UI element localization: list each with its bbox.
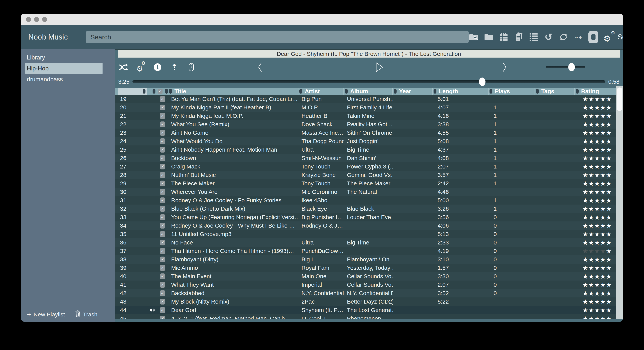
star-icon[interactable]: ★ — [600, 147, 606, 153]
play-button[interactable] — [376, 58, 384, 77]
col-header-artist[interactable]: Artist — [298, 88, 344, 95]
star-icon[interactable]: ★ — [588, 180, 594, 187]
row-checkbox[interactable]: ✓ — [160, 96, 165, 102]
star-icon[interactable]: ★ — [594, 121, 600, 128]
shuffle-icon[interactable] — [120, 63, 128, 72]
star-icon[interactable]: ★ — [600, 96, 606, 102]
star-icon[interactable]: ★ — [600, 248, 606, 254]
col-header-tags[interactable]: Tags — [535, 88, 575, 95]
table-row[interactable]: 39 ✓ Mic Ammo Royal Fam Yesterday, Today… — [115, 264, 623, 272]
table-row[interactable]: 38 ✓ Flamboyant (Dirty) Big L Flamboyant… — [115, 255, 623, 264]
star-icon[interactable]: ★ — [582, 113, 588, 119]
star-icon[interactable]: ★ — [588, 290, 594, 296]
table-row[interactable]: 23 ✓ Ain't No Game Masta Ace Inc… Sittin… — [115, 129, 623, 137]
row-checkbox[interactable]: ✓ — [160, 189, 165, 195]
star-icon[interactable]: ★ — [600, 240, 606, 246]
star-icon[interactable]: ★ — [582, 299, 588, 305]
star-icon[interactable]: ★ — [582, 282, 588, 288]
star-icon[interactable]: ★ — [606, 130, 612, 136]
row-checkbox[interactable]: ✓ — [160, 113, 165, 119]
star-icon[interactable]: ★ — [594, 231, 600, 237]
row-checkbox[interactable]: ✓ — [160, 138, 165, 144]
star-icon[interactable]: ★ — [600, 265, 606, 271]
star-icon[interactable]: ★ — [588, 96, 594, 102]
star-icon[interactable]: ★ — [600, 155, 606, 161]
star-icon[interactable]: ★ — [588, 172, 594, 178]
table-row[interactable]: 22 ✓ What You See (Remix) Dove Shack Rea… — [115, 120, 623, 129]
row-checkbox[interactable]: ✓ — [160, 273, 165, 279]
star-icon[interactable]: ★ — [594, 197, 600, 204]
star-icon[interactable]: ★ — [606, 113, 612, 119]
col-header-playing[interactable] — [148, 88, 157, 95]
star-icon[interactable]: ★ — [582, 273, 588, 280]
star-icon[interactable]: ★ — [588, 307, 594, 313]
star-icon[interactable]: ★ — [582, 155, 588, 161]
row-checkbox[interactable]: ✓ — [160, 282, 165, 288]
star-icon[interactable]: ★ — [600, 138, 606, 144]
star-icon[interactable]: ★ — [588, 130, 594, 136]
table-row[interactable]: 44 ✓ Dear God Shyheim (ft. P… The Lost G… — [115, 306, 623, 314]
star-icon[interactable]: ★ — [600, 273, 606, 280]
star-icon[interactable]: ★ — [588, 121, 594, 128]
star-icon[interactable]: ★ — [606, 307, 612, 313]
star-icon[interactable]: ★ — [594, 299, 600, 305]
dotted-arrow-right-icon[interactable]: ⇢ — [574, 32, 584, 42]
star-icon[interactable]: ★ — [606, 240, 612, 246]
star-icon[interactable]: ★ — [588, 155, 594, 161]
table-row[interactable]: 42 ✓ Backstabbed N.Y. Confidential N.Y. … — [115, 289, 623, 297]
rating-stars[interactable]: ★★★★★ — [575, 238, 616, 247]
star-icon[interactable]: ★ — [588, 240, 594, 246]
rating-stars[interactable]: ★★★★★ — [575, 196, 616, 205]
col-header-album[interactable]: Album — [344, 88, 393, 95]
star-icon[interactable]: ★ — [588, 113, 594, 119]
star-icon[interactable]: ★ — [594, 155, 600, 161]
col-header-rating[interactable]: Rating — [575, 88, 616, 95]
star-icon[interactable]: ★ — [588, 248, 594, 254]
star-icon[interactable]: ★ — [594, 180, 600, 187]
star-icon[interactable]: ★ — [588, 299, 594, 305]
rating-stars[interactable]: ★★★★★ — [575, 154, 616, 162]
star-icon[interactable]: ★ — [594, 113, 600, 119]
star-icon[interactable]: ★ — [582, 172, 588, 178]
volume-slider[interactable] — [546, 58, 585, 77]
star-icon[interactable]: ★ — [606, 189, 612, 195]
star-icon[interactable]: ★ — [582, 189, 588, 195]
star-icon[interactable]: ★ — [606, 180, 612, 187]
table-row[interactable]: 24 ✓ What Would You Do Tha Dogg Pound Ju… — [115, 137, 623, 145]
table-row[interactable]: 30 ✓ Wherever You Are Mic Geronimo The N… — [115, 188, 623, 196]
row-checkbox[interactable]: ✓ — [160, 147, 165, 152]
folder-search-icon[interactable] — [469, 32, 479, 42]
row-checkbox[interactable]: ✓ — [160, 164, 165, 169]
table-row[interactable]: 43 ✓ My Block (Nitty Remix) 2Pac Better … — [115, 297, 623, 306]
star-icon[interactable]: ★ — [594, 240, 600, 246]
star-icon[interactable]: ★ — [600, 299, 606, 305]
star-icon[interactable]: ★ — [606, 214, 612, 221]
star-icon[interactable]: ★ — [600, 180, 606, 187]
star-icon[interactable]: ★ — [582, 231, 588, 237]
star-icon[interactable]: ★ — [582, 96, 588, 102]
row-checkbox[interactable]: ✓ — [160, 240, 165, 245]
row-checkbox[interactable]: ✓ — [160, 172, 165, 178]
star-icon[interactable]: ★ — [600, 206, 606, 212]
col-header-number[interactable] — [118, 88, 148, 95]
star-icon[interactable]: ★ — [582, 197, 588, 204]
rating-stars[interactable]: ★★★★★ — [575, 145, 616, 154]
documents-icon[interactable] — [514, 32, 524, 42]
row-checkbox[interactable]: ✓ — [160, 223, 165, 229]
row-checkbox[interactable]: ✓ — [160, 265, 165, 271]
table-row[interactable]: 21 ✓ My Kinda Nigga feat. M.O.P. Heather… — [115, 112, 623, 120]
star-icon[interactable]: ★ — [594, 282, 600, 288]
star-icon[interactable]: ★ — [606, 163, 612, 170]
table-row[interactable]: 40 ✓ The Main Event Main One Cellar Soun… — [115, 272, 623, 281]
star-icon[interactable]: ★ — [582, 223, 588, 229]
new-playlist-button[interactable]: + New Playlist — [27, 311, 65, 318]
rating-stars[interactable]: ★★★★★ — [575, 230, 616, 238]
star-icon[interactable]: ★ — [588, 223, 594, 229]
star-icon[interactable]: ★ — [606, 265, 612, 271]
star-icon[interactable]: ★ — [594, 265, 600, 271]
window-minimize-button[interactable] — [34, 17, 39, 22]
star-icon[interactable]: ★ — [606, 147, 612, 153]
rating-stars[interactable]: ★★★★★ — [575, 281, 616, 289]
row-checkbox[interactable]: ✓ — [160, 307, 165, 313]
star-icon[interactable]: ★ — [606, 96, 612, 102]
